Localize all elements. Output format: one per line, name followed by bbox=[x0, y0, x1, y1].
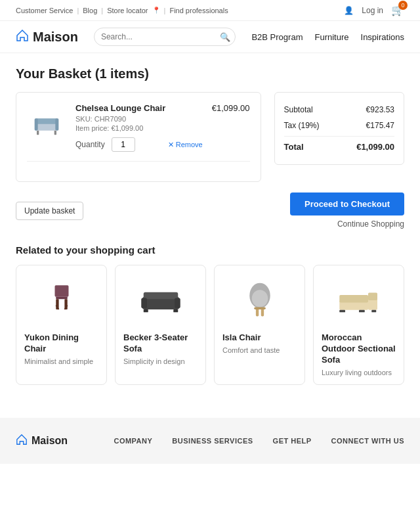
related-card-desc-1: Minimalist and simple bbox=[24, 357, 98, 365]
customer-service-link[interactable]: Customer Service bbox=[16, 7, 73, 14]
related-card-name-4: Moroccan Outdoor Sectional Sofa bbox=[322, 332, 396, 366]
tax-row: Tax (19%) €175.47 bbox=[284, 118, 394, 133]
related-card-desc-3: Comfort and taste bbox=[222, 346, 297, 354]
top-bar-links: Customer Service | Blog | Store locator … bbox=[16, 7, 228, 14]
svg-rect-6 bbox=[54, 285, 68, 297]
user-icon: 👤 bbox=[344, 6, 354, 15]
subtotal-label: Subtotal bbox=[284, 105, 313, 114]
header: Maison 🔍 B2B Program Furniture Inspirati… bbox=[0, 21, 420, 53]
svg-rect-7 bbox=[56, 297, 68, 300]
remove-label: Remove bbox=[176, 141, 203, 148]
footer-get-help-link[interactable]: GET HELP bbox=[273, 437, 312, 445]
search-bar: 🔍 bbox=[94, 28, 236, 46]
remove-button[interactable]: ✕ Remove bbox=[168, 141, 203, 149]
checkout-button[interactable]: Proceed to Checkout bbox=[290, 193, 404, 215]
related-card-img-3 bbox=[222, 273, 297, 326]
related-card-img-2 bbox=[123, 273, 198, 326]
item-image bbox=[27, 103, 66, 143]
related-card-2[interactable]: Becker 3-Seater Sofa Simplicity in desig… bbox=[115, 265, 206, 385]
related-card-desc-2: Simplicity in design bbox=[123, 357, 198, 365]
svg-rect-21 bbox=[261, 308, 263, 316]
related-title: Related to your shopping cart bbox=[16, 244, 404, 256]
blog-link[interactable]: Blog bbox=[83, 7, 97, 14]
basket-actions: Update basket Proceed to Checkout Contin… bbox=[16, 193, 404, 229]
login-link[interactable]: Log in bbox=[362, 6, 383, 15]
footer-company-link[interactable]: COMPANY bbox=[114, 437, 152, 445]
basket-layout: Chelsea Lounge Chair SKU: CHR7090 Item p… bbox=[16, 92, 404, 182]
svg-rect-22 bbox=[254, 307, 266, 309]
svg-rect-4 bbox=[35, 118, 38, 130]
related-card-name-3: Isla Chair bbox=[222, 332, 297, 344]
related-card-desc-4: Luxury living outdoors bbox=[322, 369, 396, 376]
related-card-img-1 bbox=[24, 273, 98, 326]
item-line-price: €1,099.00 bbox=[212, 103, 250, 113]
basket-item: Chelsea Lounge Chair SKU: CHR7090 Item p… bbox=[27, 103, 250, 152]
svg-rect-1 bbox=[35, 118, 57, 124]
tax-label: Tax (19%) bbox=[284, 121, 320, 130]
related-card-1[interactable]: Yukon Dining Chair Minimalist and simple bbox=[16, 265, 107, 385]
search-button[interactable]: 🔍 bbox=[220, 32, 230, 42]
basket-items: Chelsea Lounge Chair SKU: CHR7090 Item p… bbox=[16, 92, 261, 182]
main-content: Your Basket (1 items) Chelsea bbox=[0, 53, 420, 398]
svg-rect-27 bbox=[339, 310, 345, 313]
related-card-3[interactable]: Isla Chair Comfort and taste bbox=[214, 265, 305, 385]
footer-nav: COMPANY BUSINESS SERVICES GET HELP CONNE… bbox=[114, 437, 404, 445]
main-nav: B2B Program Furniture Inspirations bbox=[251, 32, 404, 42]
store-locator-link[interactable]: Store locator bbox=[107, 7, 148, 14]
checkout-group: Proceed to Checkout Continue Shopping bbox=[290, 193, 404, 229]
quantity-label: Quantity bbox=[75, 140, 105, 149]
footer-business-services-link[interactable]: BUSINESS SERVICES bbox=[172, 437, 253, 445]
item-quantity-row: Quantity ✕ Remove bbox=[75, 137, 203, 152]
total-value: €1,099.00 bbox=[356, 142, 394, 152]
footer-connect-link[interactable]: CONNECT WITH US bbox=[331, 437, 404, 445]
basket-title: Your Basket (1 items) bbox=[16, 66, 404, 81]
remove-x-icon: ✕ bbox=[168, 141, 174, 149]
footer-logo: Maison bbox=[16, 434, 68, 448]
continue-shopping-link[interactable]: Continue Shopping bbox=[337, 219, 404, 229]
svg-rect-29 bbox=[371, 310, 376, 313]
item-price-label: Item price: €1,099.00 bbox=[75, 124, 203, 132]
svg-rect-15 bbox=[175, 298, 180, 308]
logo-icon bbox=[16, 29, 29, 45]
nav-inspirations-link[interactable]: Inspirations bbox=[361, 32, 404, 42]
item-name: Chelsea Lounge Chair bbox=[75, 103, 203, 113]
svg-rect-13 bbox=[143, 292, 178, 300]
related-section: Related to your shopping cart Yukon Dini… bbox=[16, 244, 404, 385]
related-card-img-4 bbox=[322, 273, 396, 326]
svg-point-19 bbox=[251, 290, 268, 307]
svg-rect-24 bbox=[339, 295, 368, 302]
find-professionals-link[interactable]: Find professionals bbox=[169, 7, 228, 14]
tax-value: €175.47 bbox=[366, 121, 394, 130]
total-row: Total €1,099.00 bbox=[284, 136, 394, 155]
logo[interactable]: Maison bbox=[16, 29, 78, 45]
related-card-4[interactable]: Moroccan Outdoor Sectional Sofa Luxury l… bbox=[313, 265, 404, 385]
update-basket-button[interactable]: Update basket bbox=[16, 202, 83, 220]
nav-b2b-link[interactable]: B2B Program bbox=[251, 32, 303, 42]
search-input[interactable] bbox=[94, 28, 236, 46]
svg-rect-2 bbox=[37, 131, 39, 135]
svg-rect-5 bbox=[55, 118, 58, 130]
logo-text: Maison bbox=[33, 30, 78, 45]
svg-rect-3 bbox=[54, 131, 56, 135]
footer-logo-icon bbox=[16, 434, 28, 448]
related-grid: Yukon Dining Chair Minimalist and simple… bbox=[16, 265, 404, 385]
svg-rect-26 bbox=[368, 293, 377, 300]
svg-rect-17 bbox=[173, 309, 178, 312]
total-label: Total bbox=[284, 142, 304, 152]
related-card-name-1: Yukon Dining Chair bbox=[24, 332, 98, 355]
related-card-name-2: Becker 3-Seater Sofa bbox=[123, 332, 198, 355]
footer-logo-text: Maison bbox=[32, 435, 68, 447]
subtotal-value: €923.53 bbox=[366, 105, 394, 114]
svg-rect-14 bbox=[141, 298, 147, 308]
subtotal-row: Subtotal €923.53 bbox=[284, 102, 394, 118]
footer: Maison COMPANY BUSINESS SERVICES GET HEL… bbox=[0, 418, 420, 464]
item-details: Chelsea Lounge Chair SKU: CHR7090 Item p… bbox=[75, 103, 203, 152]
cart-badge: 0 bbox=[398, 1, 408, 10]
quantity-input[interactable] bbox=[112, 137, 135, 152]
top-bar-actions: 👤 Log in 🛒 0 bbox=[344, 4, 404, 16]
nav-furniture-link[interactable]: Furniture bbox=[314, 32, 348, 42]
top-bar: Customer Service | Blog | Store locator … bbox=[0, 0, 420, 21]
summary-box: Subtotal €923.53 Tax (19%) €175.47 Total… bbox=[274, 92, 404, 165]
cart-icon-wrap[interactable]: 🛒 0 bbox=[391, 4, 404, 16]
item-sku: SKU: CHR7090 bbox=[75, 115, 203, 123]
